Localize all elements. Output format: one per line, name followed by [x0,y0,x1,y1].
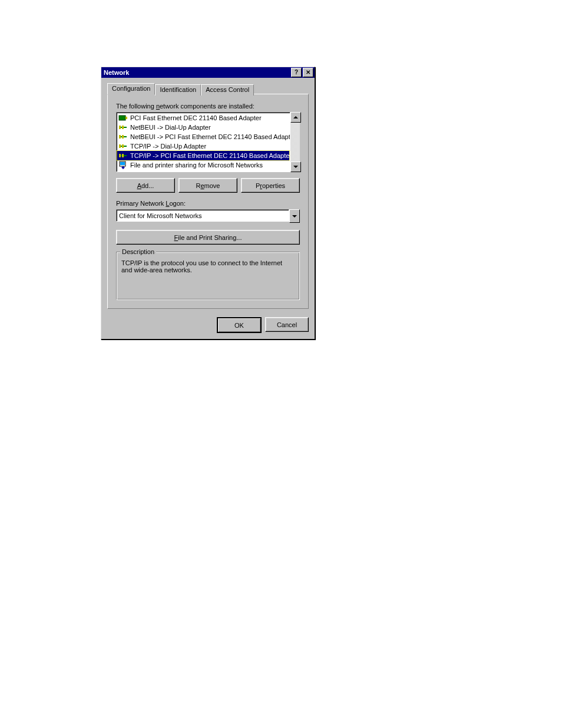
network-dialog: Network ? ✕ Configuration Identification… [101,67,315,340]
dialog-footer: OK Cancel [101,314,315,339]
file-share-icon [118,160,128,170]
tab-strip: Configuration Identification Access Cont… [107,83,309,94]
title-bar[interactable]: Network ? ✕ [101,67,315,78]
svg-rect-10 [122,144,124,148]
protocol-icon [118,132,128,141]
svg-rect-4 [122,126,124,129]
svg-rect-0 [119,116,125,120]
tab-panel: The following network components are ins… [107,94,309,309]
adapter-icon [118,113,128,123]
components-label: The following network components are ins… [116,103,300,110]
primary-logon-value: Client for Microsoft Networks [116,209,289,222]
scroll-up-button[interactable] [290,112,301,123]
components-listbox[interactable]: PCI Fast Ethernet DEC 21140 Based Adapte… [116,112,290,172]
list-item-selected[interactable]: TCP/IP -> PCI Fast Ethernet DEC 21140 Ba… [117,151,289,160]
properties-button[interactable]: Properties [241,178,300,193]
list-item-label: NetBEUI -> Dial-Up Adapter [130,124,211,131]
listbox-scrollbar[interactable] [290,112,300,172]
list-item[interactable]: PCI Fast Ethernet DEC 21140 Based Adapte… [117,113,289,123]
list-item[interactable]: NetBEUI -> PCI Fast Ethernet DEC 21140 B… [117,132,289,141]
window-title: Network [103,69,290,76]
list-item-label: TCP/IP -> Dial-Up Adapter [130,143,206,150]
chevron-down-icon [292,215,297,218]
cancel-button[interactable]: Cancel [265,317,309,332]
list-item-label: PCI Fast Ethernet DEC 21140 Based Adapte… [130,114,262,121]
tab-identification[interactable]: Identification [155,84,201,95]
list-item-label: NetBEUI -> PCI Fast Ethernet DEC 21140 B… [130,133,290,140]
help-button[interactable]: ? [291,68,302,77]
svg-rect-9 [119,144,121,148]
tab-access-control[interactable]: Access Control [201,84,254,95]
remove-button[interactable]: Remove [178,178,237,193]
list-item-label: File and printer sharing for Microsoft N… [130,162,263,169]
combo-drop-button[interactable] [289,209,300,223]
svg-rect-12 [119,154,121,157]
primary-logon-combo[interactable]: Client for Microsoft Networks [116,209,300,223]
primary-logon-label: Primary Network Logon: [116,200,300,207]
svg-rect-6 [119,135,121,139]
protocol-icon [118,123,128,132]
list-item-label: TCP/IP -> PCI Fast Ethernet DEC 21140 Ba… [130,152,290,159]
svg-rect-13 [122,154,124,157]
tab-configuration[interactable]: Configuration [107,83,155,95]
description-group: Description TCP/IP is the protocol you u… [116,252,300,300]
close-button[interactable]: ✕ [303,68,313,77]
protocol-icon [118,141,128,151]
svg-rect-3 [119,126,121,129]
scroll-down-button[interactable] [290,162,301,172]
close-icon: ✕ [306,70,310,75]
list-item[interactable]: NetBEUI -> Dial-Up Adapter [117,123,289,132]
description-legend: Description [120,248,156,255]
chevron-up-icon [293,116,298,118]
svg-rect-15 [120,162,125,165]
protocol-icon [118,151,128,160]
ok-button[interactable]: OK [217,317,262,333]
scroll-track[interactable] [290,123,300,162]
list-item[interactable]: TCP/IP -> Dial-Up Adapter [117,141,289,151]
question-icon: ? [295,70,298,75]
svg-rect-7 [122,135,124,139]
list-item[interactable]: File and printer sharing for Microsoft N… [117,160,289,170]
file-print-sharing-button[interactable]: File and Print Sharing... [116,230,300,245]
description-text: TCP/IP is the protocol you use to connec… [121,259,295,274]
add-button[interactable]: Add... [116,178,175,193]
svg-rect-1 [125,117,127,119]
chevron-down-icon [293,166,298,168]
